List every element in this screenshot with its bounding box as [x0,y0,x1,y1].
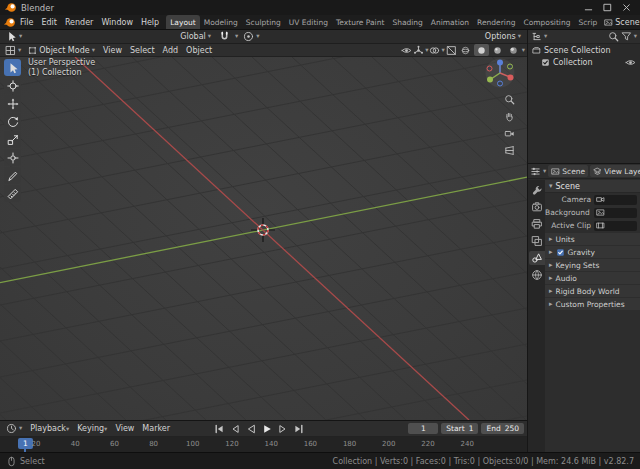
camera-field[interactable] [594,195,637,205]
active-clip-field[interactable] [594,221,637,231]
maximize-button[interactable] [598,0,617,15]
workspace-tab-sculpting[interactable]: Sculpting [242,15,285,30]
timeline-menu-marker[interactable]: Marker [138,424,174,433]
properties-tab-scene[interactable] [529,251,545,265]
navigation-gizmo[interactable] [483,58,517,90]
gizmo-axis-z-neg[interactable] [498,81,503,86]
active-tool-button[interactable]: ▾ [3,31,25,43]
viewport-menu-view[interactable]: View [99,46,126,55]
workspace-tab-animation[interactable]: Animation [427,15,473,30]
properties-tab-view-layer[interactable] [529,234,545,248]
gizmo-axis-x-neg[interactable] [487,66,492,71]
tool-annotate-button[interactable] [4,167,21,184]
snap-toggle[interactable] [216,31,233,43]
properties-editor-icon[interactable] [530,166,541,177]
gizmo-axis-z[interactable] [497,60,503,66]
panel-keying-sets[interactable]: ▸Keying Sets [545,259,640,271]
filter-dropdown[interactable]: ▾ [634,33,637,40]
tool-transform-button[interactable] [4,149,21,166]
tool-measure-button[interactable] [4,185,21,202]
panel-units[interactable]: ▸Units [545,233,640,245]
collection-checkbox[interactable] [541,58,550,67]
scene-selector[interactable]: Scene [601,18,640,27]
workspace-tab-compositing[interactable]: Compositing [519,15,574,30]
playback-prev-key-button[interactable] [227,422,242,435]
panel-gravity[interactable]: ▸Gravity [545,246,640,258]
proportional-editing-toggle[interactable]: ▾ [240,31,262,43]
workspace-tab-uv-editing[interactable]: UV Editing [285,15,332,30]
scene-section-header[interactable]: ▾ Scene [545,180,640,193]
gizmo-axis-y[interactable] [487,77,493,83]
shading-material-button[interactable] [490,44,505,56]
shading-rendered-button[interactable] [506,44,521,56]
blender-menu-icon[interactable] [3,16,16,29]
shading-solid-button[interactable] [474,44,489,56]
properties-tab-tool[interactable] [529,183,545,197]
gizmo-axis-x[interactable] [508,75,514,81]
background-scene-field[interactable] [594,208,637,218]
mode-dropdown[interactable]: Object Mode ▾ [25,44,98,56]
current-frame-field[interactable]: 1 [408,423,438,434]
workspace-tab-texture-paint[interactable]: Texture Paint [332,15,388,30]
menu-edit[interactable]: Edit [37,18,61,27]
outliner-scene-collection-row[interactable]: Scene Collection [528,44,640,56]
breadcrumb-scene[interactable]: Scene [548,165,588,177]
panel-audio[interactable]: ▸Audio [545,272,640,284]
menu-file[interactable]: File [16,18,37,27]
properties-tab-render[interactable] [529,200,545,214]
properties-tab-world[interactable] [529,268,545,282]
close-button[interactable] [617,0,636,15]
menu-help[interactable]: Help [137,18,163,27]
editor-type-button[interactable]: ▾ [2,44,24,56]
shading-dropdown[interactable]: ▾ [522,47,525,54]
tool-select-box-button[interactable] [4,59,21,76]
workspace-tab-modeling[interactable]: Modeling [200,15,242,30]
shading-wireframe-button[interactable] [458,44,473,56]
gravity-checkbox[interactable] [556,248,565,257]
menu-window[interactable]: Window [97,18,137,27]
tool-move-button[interactable] [4,95,21,112]
viewport-menu-object[interactable]: Object [182,46,216,55]
perspective-toggle-icon[interactable] [504,145,515,156]
tool-cursor-button[interactable] [4,77,21,94]
eye-icon[interactable] [625,57,636,68]
viewport-3d[interactable]: User Perspective (1) Collection [0,57,527,420]
timeline-editor-type-button[interactable]: ▾ [3,423,25,435]
playback-jump-end-button[interactable] [291,422,306,435]
timeline-ruler[interactable]: 1 20406080100120140160180200220240 [0,437,527,452]
snap-dropdown[interactable]: ▾ [235,33,238,40]
transform-orientation-dropdown[interactable]: Global ▾ [177,31,214,43]
workspace-tab-scrip[interactable]: Scrip [574,15,601,30]
visibility-toggle[interactable] [401,45,412,56]
camera-view-icon[interactable] [504,128,515,139]
zoom-icon[interactable] [504,94,515,105]
panel-custom-properties[interactable]: ▸Custom Properties [545,298,640,310]
workspace-tab-layout[interactable]: Layout [166,15,200,30]
timeline-menu-playback[interactable]: Playback▾ [26,424,73,433]
viewport-menu-select[interactable]: Select [126,46,159,55]
breadcrumb-view-layer[interactable]: View Layer [590,165,640,177]
pan-hand-icon[interactable] [504,111,515,122]
workspace-tab-rendering[interactable]: Rendering [473,15,519,30]
panel-rigid-body-world[interactable]: ▸Rigid Body World [545,285,640,297]
overlays-toggle[interactable] [429,45,440,56]
gizmos-toggle[interactable] [413,45,424,56]
playback-play-button[interactable] [259,422,274,435]
workspace-tab-shading[interactable]: Shading [388,15,426,30]
gizmo-axis-y-neg[interactable] [508,64,513,69]
start-frame-field[interactable]: Start 1 [441,423,478,434]
playback-play-rev-button[interactable] [243,422,258,435]
menu-render[interactable]: Render [61,18,97,27]
search-icon[interactable] [608,31,619,42]
filter-icon[interactable] [621,31,632,42]
playback-next-key-button[interactable] [275,422,290,435]
tool-scale-button[interactable] [4,131,21,148]
timeline-menu-view[interactable]: View [111,424,138,433]
outliner-collection-row[interactable]: Collection [528,56,640,68]
playback-jump-start-button[interactable] [211,422,226,435]
tool-rotate-button[interactable] [4,113,21,130]
outliner-editor-icon[interactable] [531,31,542,42]
minimize-button[interactable] [579,0,598,15]
gizmos-dropdown[interactable]: ▾ [425,47,428,54]
xray-toggle[interactable] [446,45,457,56]
